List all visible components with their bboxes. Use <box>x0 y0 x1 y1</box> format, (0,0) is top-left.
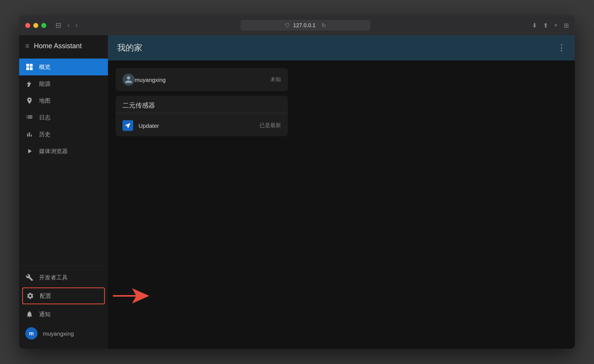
svg-rect-3 <box>30 67 33 70</box>
forward-button[interactable]: › <box>74 20 79 30</box>
sidebar-item-media[interactable]: 媒体浏览器 <box>19 143 108 160</box>
updater-status: 已是最新 <box>259 122 281 129</box>
download-icon[interactable]: ⬇ <box>532 22 537 29</box>
refresh-icon[interactable]: ↻ <box>321 22 326 28</box>
minimize-button[interactable] <box>33 23 38 28</box>
media-icon <box>25 147 34 155</box>
sidebar-label-developer: 开发者工具 <box>39 274 68 281</box>
sidebar-label-media: 媒体浏览器 <box>39 148 68 155</box>
sensor-card: 二元传感器 Updater 已是最新 <box>116 96 288 136</box>
logs-icon <box>25 114 34 121</box>
browser-right-controls: ⬇ ⬆ + ⊞ <box>532 22 569 29</box>
sidebar-label-energy: 能源 <box>39 80 51 88</box>
url-text: 127.0.0.1 <box>293 22 315 28</box>
sidebar-header: ≡ Home Assistant <box>19 35 108 57</box>
browser-window: ⊟ ‹ › 🛡 127.0.0.1 ↻ ⬇ ⬆ + ⊞ ≡ Home Assis… <box>19 15 575 349</box>
sidebar-item-notifications[interactable]: 通知 <box>19 306 108 323</box>
new-tab-icon[interactable]: + <box>554 22 558 29</box>
svg-rect-0 <box>26 64 29 67</box>
sidebar: ≡ Home Assistant 概览 <box>19 35 108 349</box>
person-card-item[interactable]: muyangxing 未知 <box>116 68 288 91</box>
avatar: m <box>25 327 38 340</box>
map-icon <box>25 97 34 104</box>
sidebar-title: Home Assistant <box>34 42 82 50</box>
address-bar-container: 🛡 127.0.0.1 ↻ <box>84 20 527 31</box>
browser-chrome: ⊟ ‹ › 🛡 127.0.0.1 ↻ ⬇ ⬆ + ⊞ <box>19 15 575 35</box>
sidebar-label-map: 地图 <box>39 97 51 104</box>
person-card: muyangxing 未知 <box>116 68 288 91</box>
updater-icon <box>122 120 133 131</box>
sidebar-label-config: 配置 <box>40 292 51 300</box>
sidebar-item-overview[interactable]: 概览 <box>19 59 108 75</box>
sidebar-item-config[interactable]: 配置 <box>22 287 105 304</box>
overview-icon <box>25 63 34 71</box>
updater-name: Updater <box>139 122 259 129</box>
energy-icon <box>25 80 34 88</box>
sidebar-item-map[interactable]: 地图 <box>19 92 108 109</box>
svg-rect-2 <box>26 67 29 70</box>
traffic-lights <box>25 23 46 28</box>
sidebar-bottom: 开发者工具 配置 <box>19 266 108 349</box>
sidebar-label-overview: 概览 <box>39 64 51 71</box>
sidebar-label-history: 历史 <box>39 131 51 138</box>
share-icon[interactable]: ⬆ <box>543 22 548 29</box>
card-divider <box>116 113 288 113</box>
person-status: 未知 <box>270 76 281 83</box>
browser-controls: ⊟ ‹ › <box>54 20 79 31</box>
sidebar-item-logs[interactable]: 日志 <box>19 109 108 126</box>
sidebar-label-logs: 日志 <box>39 114 51 121</box>
grid-view-icon[interactable]: ⊞ <box>564 22 569 29</box>
developer-icon <box>25 274 34 281</box>
notifications-icon <box>25 310 34 318</box>
sidebar-item-history[interactable]: 历史 <box>19 126 108 143</box>
sidebar-label-notifications: 通知 <box>39 311 51 318</box>
person-icon <box>122 73 135 86</box>
history-icon <box>25 131 34 138</box>
sidebar-label-user: muyangxing <box>43 330 74 337</box>
page-title: 我的家 <box>117 42 142 54</box>
sensor-card-title: 二元传感器 <box>116 96 288 113</box>
sidebar-toggle-button[interactable]: ⊟ <box>54 20 63 31</box>
sidebar-item-energy[interactable]: 能源 <box>19 75 108 92</box>
close-button[interactable] <box>25 23 30 28</box>
main-body: muyangxing 未知 二元传感器 Updater <box>108 60 575 349</box>
sidebar-nav: 概览 能源 <box>19 57 108 266</box>
maximize-button[interactable] <box>41 23 46 28</box>
updater-card-item[interactable]: Updater 已是最新 <box>116 115 288 136</box>
sidebar-menu-icon[interactable]: ≡ <box>25 42 29 50</box>
svg-rect-1 <box>30 64 33 67</box>
sidebar-item-user[interactable]: m muyangxing <box>19 323 108 344</box>
sidebar-item-developer[interactable]: 开发者工具 <box>19 269 108 286</box>
app-layout: ≡ Home Assistant 概览 <box>19 35 575 349</box>
address-bar[interactable]: 🛡 127.0.0.1 ↻ <box>240 20 370 31</box>
main-content: 我的家 ⋮ muyangxing 未知 <box>108 35 575 349</box>
header-menu-button[interactable]: ⋮ <box>557 43 566 53</box>
person-name: muyangxing <box>135 77 270 83</box>
back-button[interactable]: ‹ <box>66 20 71 30</box>
config-icon <box>26 292 34 300</box>
main-header: 我的家 ⋮ <box>108 35 575 60</box>
shield-icon: 🛡 <box>285 22 290 28</box>
